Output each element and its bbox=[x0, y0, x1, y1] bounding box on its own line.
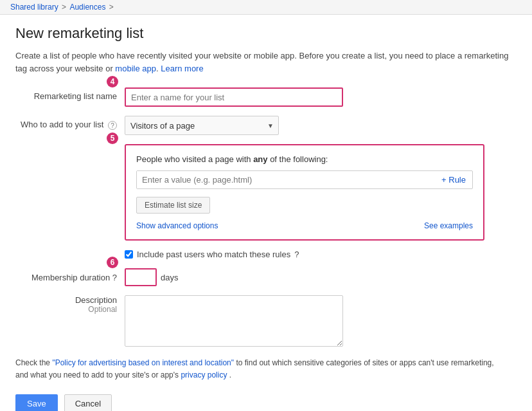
remarketing-name-input[interactable] bbox=[125, 87, 343, 107]
breadcrumb-shared[interactable]: Shared library bbox=[10, 3, 58, 12]
breadcrumb-audiences[interactable]: Audiences bbox=[69, 3, 105, 12]
membership-help-icon[interactable]: ? bbox=[112, 273, 117, 282]
who-select[interactable]: Visitors of a page bbox=[125, 116, 279, 135]
estimate-list-size-button[interactable]: Estimate list size bbox=[136, 197, 210, 214]
show-advanced-link[interactable]: Show advanced options bbox=[136, 221, 218, 230]
include-past-row: Include past users who match these rules… bbox=[125, 250, 517, 259]
who-label: Who to add to your list ? bbox=[15, 116, 125, 130]
rule-input-row: + Rule bbox=[136, 170, 473, 189]
button-row: Save Cancel bbox=[15, 394, 517, 411]
policy-link[interactable]: "Policy for advertising based on interes… bbox=[52, 358, 234, 367]
privacy-policy-link[interactable]: privacy policy bbox=[181, 370, 227, 379]
rule-box: People who visited a page with any of th… bbox=[125, 144, 484, 241]
mobile-app-link[interactable]: mobile app bbox=[115, 64, 156, 73]
duration-input[interactable]: 30 bbox=[125, 268, 157, 286]
rule-value-input[interactable] bbox=[137, 171, 435, 188]
description-textarea[interactable] bbox=[125, 295, 343, 347]
policy-text: Check the "Policy for advertising based … bbox=[15, 357, 504, 381]
include-past-help-icon[interactable]: ? bbox=[294, 250, 299, 259]
description-optional: Optional bbox=[15, 305, 117, 314]
who-select-wrapper: Visitors of a page ▼ bbox=[125, 116, 279, 135]
remarketing-name-label: Remarketing list name bbox=[15, 87, 125, 101]
step-5-badge: 5 bbox=[107, 132, 118, 144]
top-bar: Shared library > Audiences > bbox=[0, 0, 532, 15]
step-6-badge: 6 bbox=[107, 257, 118, 268]
membership-label: Membership duration ? bbox=[15, 273, 125, 282]
step-4-badge: 4 bbox=[107, 76, 118, 87]
days-label: days bbox=[161, 273, 178, 282]
save-button[interactable]: Save bbox=[15, 394, 58, 411]
include-past-label: Include past users who match these rules bbox=[137, 250, 290, 259]
include-past-checkbox[interactable] bbox=[125, 250, 133, 259]
description-row: Description Optional bbox=[15, 295, 517, 347]
cancel-button[interactable]: Cancel bbox=[64, 394, 112, 411]
rule-box-footer: Show advanced options See examples bbox=[136, 221, 473, 230]
who-help-icon[interactable]: ? bbox=[108, 121, 117, 130]
description-label: Description Optional bbox=[15, 295, 125, 314]
rule-box-header: People who visited a page with any of th… bbox=[136, 154, 473, 164]
page-description: Create a list of people who have recentl… bbox=[15, 50, 517, 75]
page-title: New remarketing list bbox=[15, 25, 517, 42]
breadcrumb: Shared library > Audiences > bbox=[10, 3, 115, 12]
learn-more-link[interactable]: Learn more bbox=[161, 64, 203, 73]
add-rule-button[interactable]: + Rule bbox=[435, 171, 472, 188]
see-examples-link[interactable]: See examples bbox=[424, 221, 473, 230]
